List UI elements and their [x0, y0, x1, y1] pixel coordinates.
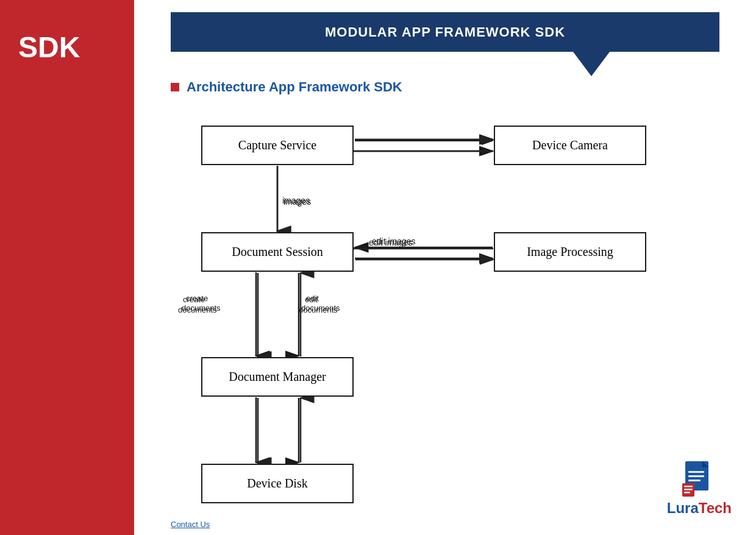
svg-text:documents: documents — [301, 303, 340, 313]
svg-text:edit: edit — [305, 295, 318, 304]
device-disk-label: Device Disk — [247, 477, 307, 491]
luratech-text: LuraTech — [667, 500, 732, 517]
heading-text: Architecture App Framework SDK — [187, 79, 402, 95]
svg-rect-47 — [684, 489, 693, 491]
luratech-logo: LuraTech — [667, 460, 732, 517]
image-processing-label: Image Processing — [527, 245, 613, 259]
tech-text: Tech — [699, 500, 732, 516]
capture-service-label: Capture Service — [238, 138, 316, 152]
svg-rect-42 — [688, 471, 704, 473]
header-bar: MODULAR APP FRAMEWORK SDK — [171, 12, 719, 52]
capture-service-box: Capture Service — [201, 126, 354, 165]
device-camera-box: Device Camera — [494, 126, 646, 165]
sdk-label: SDK — [18, 30, 80, 64]
device-disk-box: Device Disk — [201, 464, 354, 503]
bottom-link[interactable]: Contact Us — [171, 520, 210, 529]
diagram: images edit images create documents edit… — [171, 119, 719, 509]
svg-text:images: images — [284, 197, 311, 207]
svg-rect-44 — [688, 480, 701, 481]
left-panel: SDK — [0, 0, 134, 535]
document-session-label: Document Session — [232, 245, 323, 259]
header-title: MODULAR APP FRAMEWORK SDK — [325, 24, 565, 40]
svg-text:images: images — [282, 196, 310, 205]
svg-text:documents: documents — [299, 305, 338, 314]
document-manager-box: Document Manager — [201, 357, 354, 397]
speech-bubble-triangle — [30, 279, 67, 328]
lura-text: Lura — [667, 500, 699, 516]
svg-rect-48 — [684, 492, 690, 494]
svg-text:create: create — [186, 294, 208, 303]
arrows-svg: images edit images create documents edit… — [171, 119, 719, 509]
device-camera-label: Device Camera — [532, 138, 608, 152]
svg-text:edit: edit — [306, 294, 319, 303]
svg-text:documents: documents — [182, 303, 221, 313]
svg-text:edit images: edit images — [372, 236, 416, 246]
document-manager-label: Document Manager — [229, 370, 326, 384]
section-heading: Architecture App Framework SDK — [171, 79, 744, 95]
svg-rect-43 — [688, 475, 704, 477]
luratech-icon — [682, 460, 716, 500]
document-session-box: Document Session — [201, 232, 354, 272]
svg-text:create: create — [183, 295, 205, 304]
image-processing-box: Image Processing — [494, 232, 646, 272]
diagram-svg: images edit images create documents edit… — [171, 119, 719, 509]
heading-bullet — [171, 83, 179, 91]
svg-rect-46 — [684, 486, 693, 487]
svg-text:documents: documents — [178, 305, 217, 314]
main-content: Architecture App Framework SDK — [171, 61, 744, 524]
svg-text:edit images: edit images — [369, 238, 413, 247]
